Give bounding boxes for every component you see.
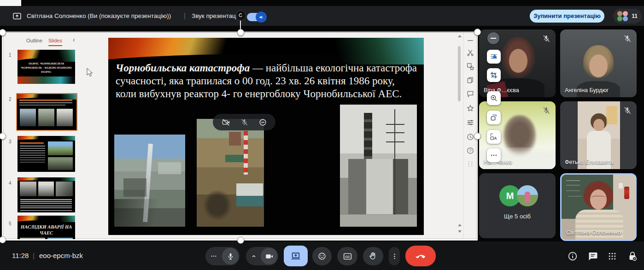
alt-text-button[interactable]: [487, 130, 501, 144]
host-controls-button[interactable]: [627, 251, 638, 262]
thumb3-photo: [48, 141, 73, 155]
rail-divider: [463, 32, 464, 240]
speaker-icon: [258, 14, 264, 20]
raise-hand-button[interactable]: [363, 247, 383, 265]
rail-minimize-icon[interactable]: [467, 37, 474, 44]
presentation-sound-label: Звук презентації: [192, 6, 239, 26]
rotation-handle-stem: [240, 20, 241, 30]
slides-panel: Outline Slides ‹ 1 ПОРІС ЧОРНОБИЛЕМ ЧОРН…: [2, 32, 81, 240]
thumb4-photo: [20, 182, 36, 196]
tab-outline[interactable]: Outline: [26, 37, 42, 44]
toolbar-collapse-button[interactable]: [487, 32, 499, 44]
thumb3-photo: [48, 157, 73, 170]
slide-thumbnail-2-selected[interactable]: [16, 93, 77, 131]
hand-icon: [369, 252, 378, 261]
participants-pill[interactable]: 11: [613, 9, 642, 23]
reactions-button[interactable]: [312, 247, 332, 265]
next-slide-icon[interactable]: [458, 230, 462, 233]
zoom-in-button[interactable]: [487, 91, 501, 105]
resize-handle-right[interactable]: [474, 133, 481, 140]
thumb-number: 3: [9, 139, 12, 144]
mouse-cursor: [87, 68, 93, 77]
chat-button[interactable]: [587, 251, 598, 262]
more-vertical-icon: [391, 252, 398, 260]
stop-presenting-button[interactable]: Зупинити презентацію: [530, 10, 604, 23]
camera-off-icon: [222, 118, 230, 127]
clock: 11:28: [12, 241, 29, 270]
app-scrollbar-thumb[interactable]: [458, 46, 461, 101]
rail-star-icon[interactable]: [467, 105, 474, 112]
prev-slide-icon[interactable]: [458, 224, 462, 226]
present-screen-icon: [12, 12, 22, 21]
resize-handle-top-right[interactable]: [474, 29, 481, 35]
activities-button[interactable]: [608, 252, 617, 261]
slide-title-line2: сучасності, яка трапилася о 00 год. 23 х…: [116, 75, 420, 88]
presentation-sound-toggle[interactable]: [247, 13, 265, 21]
more-audio-options-icon[interactable]: [210, 252, 217, 260]
mic-options-pill[interactable]: [205, 247, 240, 265]
rotate-image-button[interactable]: [487, 111, 501, 124]
collapse-panel-icon[interactable]: ‹: [73, 36, 75, 43]
smiley-icon: [317, 252, 327, 261]
cc-icon: [343, 252, 352, 261]
mic-off-icon: [542, 106, 551, 115]
avatar: [623, 11, 628, 16]
video-tile-speaker[interactable]: Світлана Солоненко: [560, 173, 637, 241]
present-button-active[interactable]: [284, 246, 308, 266]
current-slide: Чорнобильська катастрофа — найбільша еко…: [108, 38, 424, 235]
more-options-button[interactable]: [389, 247, 400, 265]
rail-history-icon[interactable]: [467, 133, 474, 141]
slide-thumbnail-3[interactable]: [18, 136, 75, 172]
bottom-divider: |: [33, 241, 35, 270]
avatar: [617, 11, 622, 16]
slide-decoration: [108, 38, 424, 65]
resize-handle-top-center[interactable]: [237, 29, 244, 36]
ventilation-stack: [364, 113, 372, 164]
scroll-up-icon[interactable]: [458, 35, 462, 37]
more-tools-button[interactable]: [487, 148, 501, 162]
camera-options-pill[interactable]: [246, 247, 278, 265]
rail-copy-icon[interactable]: [467, 76, 474, 84]
speaker-name: Світлана Солоненко: [566, 229, 621, 236]
rail-comments-icon[interactable]: [467, 90, 474, 98]
thumb4-photo: [56, 182, 73, 196]
adjust-button[interactable]: [487, 50, 501, 64]
thumb-number: 2: [9, 97, 12, 102]
crop-button[interactable]: [487, 68, 501, 82]
thumb5-title: НАСЛІДКИ АВАРІЇ НА ЧАЕС: [19, 224, 73, 236]
block-icon: [258, 118, 267, 127]
participant-name: Ангеліна Бурдюг: [565, 87, 609, 94]
captions-button[interactable]: [337, 247, 357, 265]
slide-thumbnail-5[interactable]: НАСЛІДКИ АВАРІЇ НА ЧАЕС: [18, 216, 75, 240]
thumb2-photo: [20, 109, 36, 126]
rotate-cursor[interactable]: [235, 10, 246, 21]
rail-help-icon[interactable]: ?: [467, 147, 474, 154]
end-call-button[interactable]: [405, 246, 436, 266]
more-people-tile[interactable]: M Ще 5 осіб: [479, 173, 556, 238]
resize-handle-bottom-center[interactable]: [237, 237, 244, 244]
mic-off-icon: [623, 106, 632, 115]
slide-thumbnail-4[interactable]: [18, 177, 75, 212]
thumb-number: 5: [9, 221, 12, 226]
video-tile-participant-4[interactable]: Фетько Елизавета: [560, 101, 637, 169]
mic-button[interactable]: [222, 248, 239, 264]
tab-slides[interactable]: Slides: [48, 37, 62, 46]
camera-button[interactable]: [261, 248, 277, 264]
meeting-details-button[interactable]: [567, 251, 578, 262]
presenter-label: Світлана Солоненко (Ви (показуєте презен…: [27, 6, 171, 26]
rail-designer-icon[interactable]: [467, 63, 474, 70]
glasses: [591, 196, 606, 200]
video-tile-participant-2[interactable]: Ангеліна Бурдюг: [560, 29, 637, 97]
mic-off-icon: [240, 118, 249, 127]
overflow-avatar-photo: [517, 185, 538, 206]
slide-title-lead: Чорнобильська катастрофа: [116, 62, 250, 74]
thumb2-photo: [57, 109, 73, 126]
rail-grid-icon[interactable]: [467, 160, 474, 168]
slide-photo-destroyed-reactor: [197, 119, 264, 227]
chevron-up-icon[interactable]: [250, 252, 258, 260]
rail-cut-icon[interactable]: [467, 49, 474, 56]
rail-settings-icon[interactable]: [467, 119, 474, 126]
slide-thumbnail-1[interactable]: ПОРІС ЧОРНОБИЛЕМ ЧОРНОБИЛЬ - БІДОЮ НАШОЮ…: [18, 50, 75, 84]
slide-photo-bw-reactor: [340, 105, 417, 227]
mic-off-icon: [623, 34, 632, 43]
